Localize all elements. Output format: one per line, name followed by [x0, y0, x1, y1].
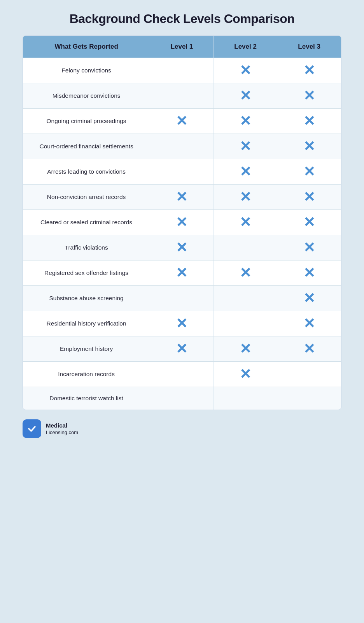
row-label: Court-ordered financial settlements [23, 134, 150, 159]
table-row: Cleared or sealed criminal records✕✕✕ [23, 209, 341, 235]
footer: Medical Licensing.com [23, 419, 341, 438]
row-label: Non-conviction arrest records [23, 185, 150, 209]
row-cell-level1: ✕ [150, 336, 214, 361]
table-row: Traffic violations✕✕ [23, 235, 341, 260]
table-header: What Gets Reported Level 1 Level 2 Level… [23, 36, 341, 58]
page-title: Background Check Levels Comparison [23, 12, 341, 26]
x-mark-icon: ✕ [240, 367, 251, 381]
row-cell-level1: ✕ [150, 235, 214, 260]
row-cell-level3: ✕ [277, 109, 341, 134]
row-cell-level3: ✕ [277, 159, 341, 184]
table-row: Misdemeanor convictions✕✕ [23, 83, 341, 108]
row-cell-level1 [150, 387, 214, 410]
x-mark-icon: ✕ [240, 89, 251, 103]
row-cell-level2: ✕ [214, 109, 278, 134]
row-cell-level3: ✕ [277, 286, 341, 311]
x-mark-icon: ✕ [303, 266, 315, 280]
logo-svg [26, 423, 37, 434]
x-mark-icon: ✕ [303, 165, 315, 179]
row-cell-level1 [150, 58, 214, 83]
row-cell-level2: ✕ [214, 210, 278, 235]
row-cell-level1: ✕ [150, 109, 214, 134]
x-mark-icon: ✕ [176, 114, 187, 128]
row-label: Registered sex offender listings [23, 260, 150, 285]
row-cell-level3 [277, 362, 341, 387]
row-cell-level2 [214, 387, 278, 410]
row-cell-level1 [150, 83, 214, 108]
row-cell-level2 [214, 235, 278, 260]
row-cell-level2: ✕ [214, 260, 278, 285]
x-mark-icon: ✕ [303, 215, 315, 229]
row-cell-level3: ✕ [277, 185, 341, 209]
row-cell-level3: ✕ [277, 260, 341, 285]
row-label: Felony convictions [23, 58, 150, 83]
x-mark-icon: ✕ [303, 89, 315, 103]
x-mark-icon: ✕ [176, 266, 187, 280]
table-row: Residential history verification✕✕ [23, 311, 341, 336]
x-mark-icon: ✕ [176, 190, 187, 204]
logo-icon [23, 419, 41, 438]
row-cell-level3 [277, 387, 341, 410]
header-col4: Level 3 [277, 36, 341, 58]
x-mark-icon: ✕ [240, 165, 251, 179]
row-cell-level1: ✕ [150, 210, 214, 235]
row-label: Substance abuse screening [23, 286, 150, 311]
table-row: Registered sex offender listings✕✕✕ [23, 260, 341, 285]
row-cell-level3: ✕ [277, 336, 341, 361]
row-label: Employment history [23, 336, 150, 361]
x-mark-icon: ✕ [240, 114, 251, 128]
row-cell-level2: ✕ [214, 185, 278, 209]
row-cell-level2: ✕ [214, 58, 278, 83]
row-cell-level3: ✕ [277, 235, 341, 260]
row-cell-level2 [214, 311, 278, 336]
row-cell-level3: ✕ [277, 311, 341, 336]
x-mark-icon: ✕ [303, 139, 315, 153]
row-cell-level1: ✕ [150, 311, 214, 336]
x-mark-icon: ✕ [303, 190, 315, 204]
table-row: Non-conviction arrest records✕✕✕ [23, 184, 341, 209]
svg-rect-0 [26, 423, 37, 434]
logo-domain: Licensing.com [46, 429, 78, 436]
row-label: Ongoing criminal proceedings [23, 109, 150, 134]
header-col1: What Gets Reported [23, 36, 150, 58]
row-cell-level1: ✕ [150, 185, 214, 209]
row-label: Misdemeanor convictions [23, 83, 150, 108]
table-row: Substance abuse screening✕ [23, 285, 341, 311]
logo-name: Medical [46, 422, 78, 429]
table-row: Ongoing criminal proceedings✕✕✕ [23, 108, 341, 134]
table-row: Arrests leading to convictions✕✕ [23, 159, 341, 184]
x-mark-icon: ✕ [176, 215, 187, 229]
table-row: Domestic terrorist watch list [23, 387, 341, 410]
table-row: Incarceration records✕ [23, 361, 341, 387]
x-mark-icon: ✕ [240, 342, 251, 356]
x-mark-icon: ✕ [240, 215, 251, 229]
x-mark-icon: ✕ [303, 342, 315, 356]
row-cell-level3: ✕ [277, 210, 341, 235]
table-row: Felony convictions✕✕ [23, 58, 341, 83]
row-cell-level1: ✕ [150, 260, 214, 285]
row-cell-level2: ✕ [214, 362, 278, 387]
x-mark-icon: ✕ [240, 63, 251, 77]
row-cell-level2: ✕ [214, 336, 278, 361]
row-cell-level2: ✕ [214, 134, 278, 159]
header-col3: Level 2 [214, 36, 278, 58]
x-mark-icon: ✕ [303, 114, 315, 128]
x-mark-icon: ✕ [303, 241, 315, 255]
x-mark-icon: ✕ [176, 342, 187, 356]
row-cell-level1 [150, 286, 214, 311]
x-mark-icon: ✕ [303, 63, 315, 77]
row-label: Traffic violations [23, 235, 150, 260]
x-mark-icon: ✕ [240, 190, 251, 204]
row-cell-level2 [214, 286, 278, 311]
row-cell-level2: ✕ [214, 159, 278, 184]
x-mark-icon: ✕ [303, 291, 315, 305]
row-label: Domestic terrorist watch list [23, 387, 150, 410]
row-label: Residential history verification [23, 311, 150, 336]
row-label: Cleared or sealed criminal records [23, 210, 150, 235]
row-cell-level2: ✕ [214, 83, 278, 108]
comparison-table: What Gets Reported Level 1 Level 2 Level… [23, 35, 341, 410]
table-row: Court-ordered financial settlements✕✕ [23, 134, 341, 159]
x-mark-icon: ✕ [240, 266, 251, 280]
row-label: Incarceration records [23, 362, 150, 387]
row-cell-level1 [150, 134, 214, 159]
